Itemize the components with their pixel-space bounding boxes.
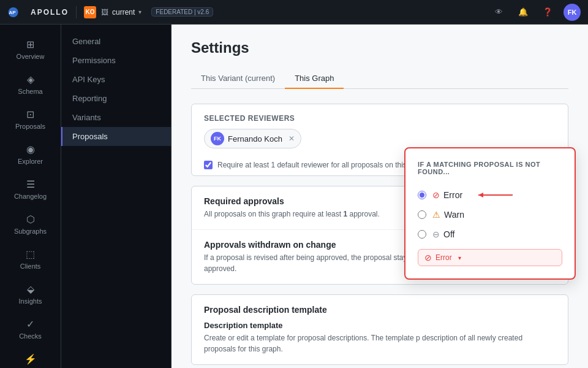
sidebar-label-clients: Clients [20,263,41,270]
radio-option-error[interactable]: ⊘ Error [418,185,562,205]
settings-nav-variants[interactable]: Variants [61,108,171,127]
settings-nav-permissions[interactable]: Permissions [61,51,171,70]
eye-icon[interactable]: 👁 [490,4,507,21]
logo-text: APOLLO [31,8,69,17]
approvals-withdrawn-title: Approvals withdrawn on change [204,240,435,250]
radio-error-label: ⊘ Error [432,190,462,200]
checks-icon: ✓ [26,318,34,330]
sidebar-item-explorer[interactable]: ◉ Explorer [4,137,57,171]
svg-text:AP: AP [9,10,16,15]
reviewer-name: Fernando Koch [228,134,282,144]
sidebar-item-checks[interactable]: ✓ Checks [4,312,57,346]
off-icon: ⊖ [432,229,440,239]
reviewer-tag: FK Fernando Koch ✕ [204,129,301,148]
user-avatar[interactable]: FK [564,4,581,21]
dropdown-chevron-icon: ▾ [458,255,461,261]
dropdown-error-icon: ⊘ [424,253,432,263]
sidebar-label-schema: Schema [18,88,42,95]
sidebar-item-proposals[interactable]: ⊡ Proposals [4,102,57,136]
insights-icon: ⬙ [27,283,34,295]
sidebar-label-insights: Insights [19,297,42,305]
tab-this-variant[interactable]: This Variant (current) [191,69,285,89]
graph-info: 🖼 current ▾ [101,8,141,17]
clients-icon: ⬚ [26,248,35,260]
topbar-actions: 👁 🔔 ❓ FK [490,4,581,21]
checkbox-label: Require at least 1 default reviewer for … [217,161,429,169]
sidebar-item-schema[interactable]: ◈ Schema [4,67,57,101]
settings-nav-general[interactable]: General [61,32,171,51]
changelog-icon: ☰ [26,178,35,190]
radio-off-input[interactable] [418,230,426,239]
radio-error-input[interactable] [418,191,426,199]
sidebar-label-overview: Overview [17,53,45,60]
tab-bar: This Variant (current) This Graph [191,69,568,89]
user-avatar-small: KO [84,6,96,18]
proposal-description-left: Proposal description template Descriptio… [204,305,556,355]
sidebar-label-checks: Checks [19,332,42,340]
sidebar-label-subgraphs: Subgraphs [14,228,47,235]
sidebar-label-proposals: Proposals [15,123,45,130]
reviewer-remove-button[interactable]: ✕ [288,134,295,143]
error-icon: ⊘ [432,190,440,200]
svg-marker-3 [478,193,483,197]
approvals-withdrawn-desc: If a proposal is revised after being app… [204,252,435,274]
topbar: AP APOLLO KO 🖼 current ▾ FEDERATED | v2.… [0,0,588,25]
warn-label-text: Warn [444,210,464,220]
sidebar-item-launches[interactable]: ⚡ Launches [4,347,57,368]
proposal-description-title: Proposal description template [204,305,556,315]
error-dropdown[interactable]: ⊘ Error ▾ [418,249,562,266]
proposal-not-found-popup: IF A MATCHING PROPOSAL IS NOT FOUND... ⊘… [404,147,576,280]
off-label-text: Off [443,229,454,239]
radio-warn-label: ⚠ Warn [432,210,464,220]
settings-nav-proposals[interactable]: Proposals [61,127,171,146]
graph-chevron-icon[interactable]: ▾ [138,9,141,15]
sidebar-item-overview[interactable]: ⊞ Overview [4,33,57,66]
sidebar-label-changelog: Changelog [14,193,47,200]
proposal-description-section: Proposal description template Descriptio… [191,294,568,365]
sidebar-item-clients[interactable]: ⬚ Clients [4,242,57,276]
require-reviewer-checkbox[interactable] [204,161,213,169]
arrow-indicator [476,191,519,199]
proposals-icon: ⊡ [26,109,34,120]
graph-name: current [112,8,135,17]
popup-title: IF A MATCHING PROPOSAL IS NOT FOUND... [418,161,562,175]
approvals-withdrawn-left: Approvals withdrawn on change If a propo… [204,240,435,274]
radio-off-label: ⊖ Off [432,229,454,239]
sidebar-item-subgraphs[interactable]: ⬡ Subgraphs [4,207,57,241]
dropdown-error-label: Error [435,253,452,262]
sidebar-item-insights[interactable]: ⬙ Insights [4,277,57,311]
warn-icon: ⚠ [432,210,440,220]
page-title: Settings [191,39,568,56]
logo[interactable]: AP APOLLO [7,6,69,18]
federated-badge: FEDERATED | v2.6 [151,7,213,17]
reviewer-avatar: FK [211,132,224,145]
topbar-divider [76,6,77,18]
proposal-description-row: Proposal description template Descriptio… [192,295,568,364]
radio-option-warn[interactable]: ⚠ Warn [418,205,562,224]
primary-sidebar: ⊞ Overview ◈ Schema ⊡ Proposals ◉ Explor… [0,0,61,368]
settings-sidebar: General Permissions API Keys Reporting V… [61,0,172,368]
launches-icon: ⚡ [24,353,37,365]
help-icon[interactable]: ❓ [539,4,556,21]
reviewers-label: Selected reviewers [204,114,556,123]
explorer-icon: ◉ [26,144,35,155]
description-template-desc: Create or edit a template for proposal d… [204,332,556,355]
error-label-text: Error [443,190,462,200]
bell-icon[interactable]: 🔔 [514,4,532,21]
schema-icon: ◈ [27,74,34,85]
settings-nav-api-keys[interactable]: API Keys [61,70,171,89]
sidebar-item-changelog[interactable]: ☰ Changelog [4,172,57,206]
main-wrapper: Settings This Variant (current) This Gra… [172,0,588,368]
overview-icon: ⊞ [26,39,34,50]
subgraphs-icon: ⬡ [26,213,35,225]
settings-nav-reporting[interactable]: Reporting [61,89,171,108]
sidebar-label-explorer: Explorer [18,158,43,165]
tab-this-graph[interactable]: This Graph [285,69,344,89]
radio-warn-input[interactable] [418,210,426,219]
description-template-subtitle: Description template [204,321,556,330]
radio-option-off[interactable]: ⊖ Off [418,224,562,244]
